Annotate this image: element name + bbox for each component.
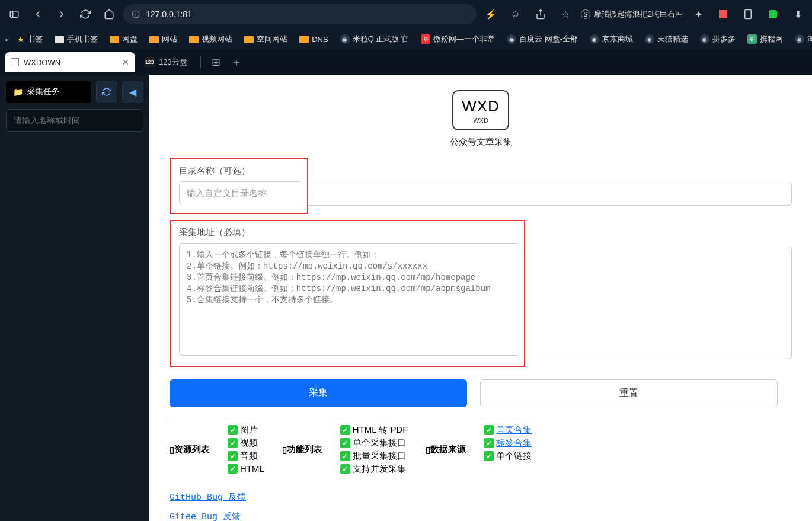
tab-label: 123云盘	[159, 57, 187, 68]
sidebar-search-input[interactable]	[6, 109, 143, 132]
feature-item: ✓单个采集接口	[340, 437, 408, 449]
sidebar-refresh-button[interactable]	[96, 81, 117, 103]
gitee-bug-link[interactable]: Gitee Bug 反馈	[170, 511, 792, 521]
feature-item: ✓视频	[228, 437, 264, 449]
reset-button[interactable]: 重置	[480, 379, 778, 407]
ext-icon-2[interactable]	[714, 5, 733, 24]
news-ticker[interactable]: S 摩羯掀起海浪把2吨巨石冲	[581, 9, 683, 20]
dir-label: 目录名称（可选）	[179, 165, 299, 177]
tab-favicon: 123	[145, 57, 154, 67]
addr-label: 采集地址（必填）	[179, 227, 516, 238]
check-icon: ✓	[228, 464, 238, 474]
addr-textarea[interactable]	[179, 243, 517, 356]
feature-item: ✓支持并发采集	[340, 464, 408, 475]
ext-icon-1[interactable]: ✦	[689, 5, 708, 24]
source-item: ✓单个链接	[484, 450, 532, 462]
col-feature-title: ▯功能列表	[282, 424, 322, 475]
url-bar[interactable]: 127.0.0.1:81	[123, 4, 477, 24]
logo-text-big: WXD	[462, 97, 500, 116]
col-feature-items: ✓HTML 转 PDF✓单个采集接口✓批量采集接口✓支持并发采集	[340, 424, 408, 475]
bookmark-item[interactable]: ◉京东商城	[586, 31, 637, 47]
bookmark-item[interactable]: 券微粉网—一个非常	[417, 31, 498, 47]
bookmark-item[interactable]: 视频网站	[186, 31, 236, 47]
check-icon: ✓	[484, 438, 494, 448]
bookmarks-overflow-icon[interactable]: »	[5, 35, 9, 44]
addr-textarea-extend[interactable]	[524, 247, 792, 359]
svg-rect-0	[10, 11, 18, 18]
logo-text-small: WXD	[473, 117, 488, 124]
col-source-title: ▯数据来源	[426, 424, 466, 475]
source-item[interactable]: ✓首页合集	[484, 424, 532, 436]
check-icon: ✓	[484, 451, 494, 461]
feature-item: ✓HTML 转 PDF	[340, 424, 408, 436]
bookmark-item[interactable]: 空间网站	[241, 31, 291, 47]
bookmark-item[interactable]: DNS	[296, 31, 331, 47]
bookmark-item[interactable]: ◉百度云 网盘-全部	[503, 31, 581, 47]
tab-123cloud[interactable]: 123 123云盘	[139, 52, 193, 72]
tab-strip: WXDOWN ✕ 123 123云盘 ⊞ ＋	[0, 50, 812, 75]
sidebar-task-button[interactable]: 📁 采集任务	[6, 81, 91, 103]
bookmark-item[interactable]: ◉天猫精选	[641, 31, 692, 47]
feature-item: ✓图片	[228, 424, 264, 436]
smile-icon[interactable]: ☺	[506, 5, 525, 24]
new-tab-button[interactable]: ＋	[228, 55, 245, 69]
bookmark-item[interactable]: 网盘	[106, 31, 141, 47]
bookmark-item[interactable]: 网站	[146, 31, 181, 47]
ext-icon-3[interactable]	[739, 5, 757, 24]
col-source-items: ✓首页合集✓标签合集✓单个链接	[484, 424, 532, 475]
feature-item: ✓音频	[228, 450, 264, 462]
addr-highlight-box: 采集地址（必填）	[170, 220, 525, 367]
tab-wxdown[interactable]: WXDOWN ✕	[5, 52, 135, 72]
forward-button[interactable]	[52, 5, 71, 24]
source-item[interactable]: ✓标签合集	[484, 437, 532, 449]
sidebar-task-label: 采集任务	[27, 87, 60, 97]
folder-icon: 📁	[13, 87, 23, 97]
dir-name-input-extend[interactable]	[307, 183, 792, 206]
svg-rect-5	[745, 10, 752, 19]
dir-name-input[interactable]	[179, 181, 300, 204]
browser-toolbar: 127.0.0.1:81 ⚡ ☺ ☆ S 摩羯掀起海浪把2吨巨石冲 ✦ ⬇	[0, 0, 812, 28]
bookmark-item[interactable]: 手机书签	[51, 31, 101, 47]
sidebar-collapse-button[interactable]: ◀	[122, 81, 143, 103]
bookmark-item[interactable]: 券携程网	[744, 31, 787, 47]
collect-button[interactable]: 采集	[170, 379, 467, 407]
github-bug-link[interactable]: GitHub Bug 反馈	[170, 491, 792, 503]
bookmark-item[interactable]: ★书签	[14, 31, 46, 47]
back-button[interactable]	[28, 5, 47, 24]
check-icon: ✓	[340, 438, 350, 448]
url-text: 127.0.0.1:81	[146, 9, 192, 19]
bookmark-item[interactable]: ◉淘宝网	[791, 31, 812, 47]
feature-item: ✓批量采集接口	[340, 450, 408, 462]
check-icon: ✓	[340, 425, 350, 435]
tab-divider	[200, 56, 201, 68]
bookmark-item[interactable]: ◉拼多多	[696, 31, 739, 47]
sidebar-toggle-icon[interactable]	[5, 5, 24, 24]
home-button[interactable]	[100, 5, 119, 24]
col-resource-items: ✓图片✓视频✓音频✓HTML	[228, 424, 264, 475]
footer-links: GitHub Bug 反馈 Gitee Bug 反馈	[170, 491, 792, 521]
feature-grid: ▯资源列表 ✓图片✓视频✓音频✓HTML ▯功能列表 ✓HTML 转 PDF✓单…	[170, 418, 792, 475]
dir-highlight-box: 目录名称（可选）	[170, 158, 308, 214]
ext-icon-4[interactable]	[763, 5, 782, 24]
check-icon: ✓	[484, 425, 494, 435]
flash-icon[interactable]: ⚡	[481, 5, 500, 24]
button-row: 采集 重置	[170, 379, 792, 407]
content-area: WXD WXD 公众号文章采集 目录名称（可选） 采集地址（必填） 采集 重置 …	[149, 75, 812, 521]
reload-button[interactable]	[76, 5, 95, 24]
check-icon: ✓	[228, 451, 238, 461]
tab-group-icon[interactable]: ⊞	[208, 56, 224, 69]
star-icon[interactable]: ☆	[556, 5, 575, 24]
col-resource-title: ▯资源列表	[170, 424, 210, 475]
main-area: 📁 采集任务 ◀ WXD WXD 公众号文章采集 目录名称（可选）	[0, 75, 812, 521]
app-sidebar: 📁 采集任务 ◀	[0, 75, 149, 521]
triangle-left-icon: ◀	[129, 87, 136, 98]
bookmarks-bar: » ★书签手机书签网盘网站视频网站空间网站DNS◉米粒Q 正式版 官券微粉网—一…	[0, 28, 812, 50]
download-icon[interactable]: ⬇	[788, 5, 807, 24]
app-subtitle: 公众号文章采集	[170, 136, 792, 148]
check-icon: ✓	[340, 464, 350, 474]
tab-label: WXDOWN	[24, 58, 60, 67]
bookmark-item[interactable]: ◉米粒Q 正式版 官	[337, 31, 413, 47]
share-icon[interactable]	[531, 5, 550, 24]
close-icon[interactable]: ✕	[122, 57, 129, 67]
feature-item: ✓HTML	[228, 464, 264, 474]
